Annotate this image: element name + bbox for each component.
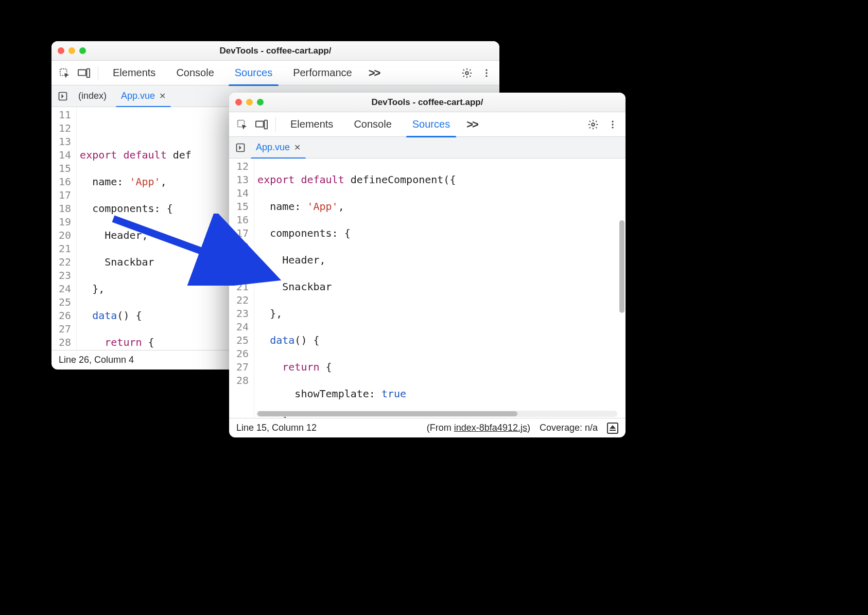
code-content[interactable]: export default defineComponent({ name: '… xyxy=(254,159,626,418)
devtools-window-front: DevTools - coffee-cart.app/ Elements Con… xyxy=(229,93,626,437)
cursor-position: Line 26, Column 4 xyxy=(59,355,134,365)
device-toolbar-icon[interactable] xyxy=(253,116,270,133)
window-controls xyxy=(58,47,86,54)
svg-point-3 xyxy=(465,72,468,75)
gear-icon[interactable] xyxy=(458,64,476,82)
svg-rect-9 xyxy=(256,121,264,127)
maximize-icon[interactable] xyxy=(79,47,86,54)
chevron-right-icon[interactable]: >> xyxy=(363,66,385,80)
scrollbar-vertical[interactable] xyxy=(619,220,624,313)
scrollbar-horizontal[interactable] xyxy=(257,411,517,416)
titlebar: DevTools - coffee-cart.app/ xyxy=(229,93,626,112)
tab-sources[interactable]: Sources xyxy=(403,112,459,137)
close-icon[interactable] xyxy=(58,47,64,54)
code-editor[interactable]: 1213141516171819202122232425262728 expor… xyxy=(229,159,626,418)
tab-console[interactable]: Console xyxy=(344,112,401,137)
svg-point-5 xyxy=(485,72,487,74)
separator xyxy=(275,117,276,132)
cursor-position: Line 15, Column 12 xyxy=(236,423,317,433)
tab-sources[interactable]: Sources xyxy=(225,61,282,85)
gear-icon[interactable] xyxy=(584,116,602,133)
separator xyxy=(98,66,98,80)
svg-rect-10 xyxy=(265,120,268,129)
svg-rect-1 xyxy=(78,69,86,75)
svg-point-11 xyxy=(592,123,595,126)
svg-point-4 xyxy=(485,69,487,71)
coverage-status: Coverage: n/a xyxy=(540,423,598,433)
close-icon[interactable]: ✕ xyxy=(294,143,301,152)
file-navigator-icon[interactable] xyxy=(55,88,71,104)
svg-point-6 xyxy=(485,75,487,77)
svg-point-14 xyxy=(612,127,613,128)
file-tab-label: App.vue xyxy=(256,142,290,153)
eject-icon[interactable] xyxy=(607,423,618,434)
titlebar: DevTools - coffee-cart.app/ xyxy=(51,41,499,61)
more-vert-icon[interactable] xyxy=(478,64,495,82)
source-mapping: (From index-8bfa4912.js) xyxy=(427,423,530,433)
window-controls xyxy=(235,99,264,106)
main-toolbar: Elements Console Sources Performance >> xyxy=(51,61,499,85)
inspect-element-icon[interactable] xyxy=(56,64,73,82)
tab-console[interactable]: Console xyxy=(167,61,223,85)
line-gutter: 111213141516171819202122232425262728 xyxy=(51,107,77,350)
minimize-icon[interactable] xyxy=(246,99,253,106)
file-tab-label: (index) xyxy=(78,91,107,101)
chevron-right-icon[interactable]: >> xyxy=(461,118,483,131)
close-icon[interactable] xyxy=(235,99,242,106)
svg-rect-2 xyxy=(87,68,90,77)
status-bar: Line 15, Column 12 (From index-8bfa4912.… xyxy=(229,418,626,437)
maximize-icon[interactable] xyxy=(257,99,264,106)
window-title: DevTools - coffee-cart.app/ xyxy=(229,97,626,108)
line-gutter: 1213141516171819202122232425262728 xyxy=(229,159,254,418)
source-map-link[interactable]: index-8bfa4912.js xyxy=(454,423,527,433)
tab-elements[interactable]: Elements xyxy=(281,112,342,137)
file-tab-label: App.vue xyxy=(121,91,155,101)
close-icon[interactable]: ✕ xyxy=(159,91,166,101)
tab-elements[interactable]: Elements xyxy=(103,61,165,85)
svg-point-13 xyxy=(612,124,613,125)
file-tabs-bar: App.vue ✕ xyxy=(229,137,626,159)
main-toolbar: Elements Console Sources >> xyxy=(229,112,626,137)
tab-performance[interactable]: Performance xyxy=(284,61,361,85)
window-title: DevTools - coffee-cart.app/ xyxy=(51,46,499,56)
file-tab-index[interactable]: (index) xyxy=(71,85,114,107)
file-navigator-icon[interactable] xyxy=(232,139,249,156)
more-vert-icon[interactable] xyxy=(604,116,621,133)
minimize-icon[interactable] xyxy=(68,47,75,54)
inspect-element-icon[interactable] xyxy=(233,116,251,133)
file-tab-appvue[interactable]: App.vue ✕ xyxy=(249,137,308,159)
device-toolbar-icon[interactable] xyxy=(75,64,93,82)
svg-point-12 xyxy=(612,120,613,122)
file-tab-appvue[interactable]: App.vue ✕ xyxy=(114,85,173,107)
